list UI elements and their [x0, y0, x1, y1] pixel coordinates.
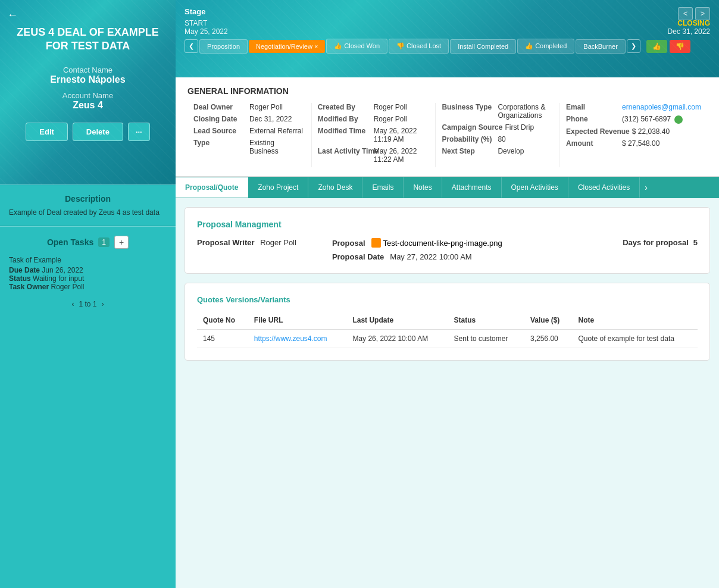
proposal-date-value: May 27, 2022 10:00 AM: [390, 252, 471, 261]
expected-revenue-row: Expected Revenue $ 22,038.40: [566, 127, 701, 136]
deal-owner-label: Deal Owner: [193, 103, 247, 111]
proposal-filename[interactable]: Test-document-like-png-image.png: [383, 239, 502, 248]
tab-emails[interactable]: Emails: [362, 177, 404, 198]
delete-button[interactable]: Delete: [73, 123, 123, 141]
info-col-4: Email ernenapoles@gmail.com Phone (312) …: [560, 103, 707, 167]
tasks-section: Open Tasks 1 + Task of Example Due Date …: [0, 226, 176, 588]
status-cell: Sent to customer: [448, 330, 524, 348]
type-value: Existing Business: [249, 139, 305, 155]
proposal-writer-field: Proposal Writer Roger Poll: [197, 238, 296, 247]
start-date: May 25, 2022: [185, 27, 228, 36]
add-task-button[interactable]: +: [114, 236, 129, 249]
right-panel: < > Stage START May 25, 2022 CLOSING Dec…: [176, 0, 719, 588]
edit-button[interactable]: Edit: [26, 123, 68, 141]
proposal-right: Proposal Test-document-like-png-image.pn…: [332, 238, 502, 261]
tab-proposal-quote[interactable]: Proposal/Quote: [176, 177, 248, 198]
stage-next-button[interactable]: ❯: [627, 39, 640, 53]
amount-label: Amount: [566, 139, 620, 148]
campaign-source-label: Campaign Source: [442, 123, 502, 132]
task-pagination: ‹ 1 to 1 ›: [9, 300, 167, 308]
closing-info: CLOSING Dec 31, 2022: [668, 19, 710, 36]
stage-backburner[interactable]: BackBurner: [576, 39, 625, 54]
start-closing-row: START May 25, 2022 CLOSING Dec 31, 2022: [185, 19, 710, 36]
page-info: 1 to 1: [79, 300, 96, 308]
proposal-file-row: Proposal Test-document-like-png-image.pn…: [332, 238, 502, 248]
last-activity-row: Last Activity Time May 26, 2022 11:22 AM: [318, 147, 430, 164]
days-for-proposal-label: Days for proposal: [623, 238, 689, 247]
general-information: GENERAL INFORMATION Deal Owner Roger Pol…: [176, 77, 719, 177]
col-status: Status: [448, 311, 524, 330]
back-button[interactable]: ←: [7, 9, 18, 21]
more-button[interactable]: ···: [128, 123, 150, 141]
general-info-title: GENERAL INFORMATION: [187, 86, 707, 96]
tabs-more-icon[interactable]: ›: [640, 177, 652, 198]
tab-notes[interactable]: Notes: [404, 177, 442, 198]
next-step-row: Next Step Develop: [442, 147, 554, 155]
info-col-1: Deal Owner Roger Poll Closing Date Dec 3…: [187, 103, 312, 167]
email-row: Email ernenapoles@gmail.com: [566, 103, 701, 111]
stage-closed-won[interactable]: 👍Closed Won: [326, 39, 387, 54]
tab-closed-activities[interactable]: Closed Activities: [568, 177, 640, 198]
closing-label: CLOSING: [668, 19, 710, 27]
file-url-link[interactable]: https://www.zeus4.com: [254, 334, 327, 343]
lead-source-value: External Referral: [249, 127, 303, 135]
type-row: Type Existing Business: [193, 139, 305, 155]
info-col-2: Created By Roger Poll Modified By Roger …: [312, 103, 436, 167]
proposal-label: Proposal: [332, 239, 365, 248]
last-update-cell: May 26, 2022 10:00 AM: [346, 330, 448, 348]
phone-value: (312) 567-6897: [622, 115, 683, 124]
stage-ok-button[interactable]: 👍: [646, 40, 667, 53]
col-last-update: Last Update: [346, 311, 448, 330]
left-header: ← ZEUS 4 DEAL OF EXAMPLE FOR TEST DATA C…: [0, 0, 176, 184]
deal-owner-value: Roger Poll: [249, 103, 283, 111]
quotes-title: Quotes Versions/Variants: [197, 295, 698, 304]
stage-prev-button[interactable]: ❮: [185, 39, 198, 53]
proposal-date-row: Proposal Date May 27, 2022 10:00 AM: [332, 252, 502, 261]
next-page-button[interactable]: ›: [102, 300, 104, 308]
probability-label: Probability (%): [442, 135, 495, 143]
description-text: Example of Deal created by Zeus 4 as tes…: [9, 208, 167, 217]
contact-label: Contact Name: [63, 65, 112, 74]
business-type-label: Business Type: [442, 103, 495, 120]
proposal-file: Test-document-like-png-image.png: [371, 238, 502, 248]
stage-install-completed[interactable]: Install Completed: [450, 39, 516, 54]
tab-attachments[interactable]: Attachments: [442, 177, 502, 198]
file-icon: [371, 238, 381, 248]
quote-no-cell: 145: [197, 330, 248, 348]
stage-completed[interactable]: 👍Completed: [517, 39, 574, 54]
stage-proposition[interactable]: Proposition: [199, 39, 248, 54]
task-due-date: Due Date Jun 26, 2022: [9, 266, 167, 274]
business-type-row: Business Type Corporations & Organizatio…: [442, 103, 554, 120]
type-label: Type: [193, 139, 247, 155]
prev-page-button[interactable]: ‹: [71, 300, 74, 308]
nav-prev-button[interactable]: <: [678, 7, 693, 20]
tab-zoho-desk[interactable]: Zoho Desk: [308, 177, 362, 198]
info-grid: Deal Owner Roger Poll Closing Date Dec 3…: [187, 103, 707, 167]
last-activity-label: Last Activity Time: [318, 147, 371, 164]
stage-negotiation[interactable]: Negotiation/Review ×: [249, 40, 325, 53]
tabs-row: Proposal/Quote Zoho Project Zoho Desk Em…: [176, 177, 719, 198]
created-by-label: Created By: [318, 103, 371, 111]
probability-row: Probability (%) 80: [442, 135, 554, 143]
task-item: Task of Example Due Date Jun 26, 2022 St…: [9, 256, 167, 291]
email-value[interactable]: ernenapoles@gmail.com: [622, 103, 701, 111]
nav-next-button[interactable]: >: [695, 7, 710, 20]
modified-by-value: Roger Poll: [374, 115, 407, 123]
modified-by-label: Modified By: [318, 115, 371, 123]
file-url-cell[interactable]: https://www.zeus4.com: [248, 330, 347, 348]
start-info: START May 25, 2022: [185, 19, 228, 36]
task-name: Task of Example: [9, 256, 167, 264]
stage-action-buttons: 👍 👎: [646, 40, 690, 53]
modified-time-value: May 26, 2022 11:19 AM: [374, 127, 430, 143]
modified-time-label: Modified Time: [318, 127, 371, 143]
stage-closed-lost[interactable]: 👎Closed Lost: [389, 39, 449, 54]
open-tasks-header: Open Tasks 1 +: [9, 236, 167, 249]
open-tasks-label: Open Tasks: [47, 237, 93, 247]
days-for-proposal: Days for proposal 5: [623, 238, 698, 247]
col-value: Value ($): [524, 311, 572, 330]
closing-date-label: Closing Date: [193, 115, 247, 123]
stage-bad-button[interactable]: 👎: [670, 40, 690, 53]
proposal-content: Proposal Writer Roger Poll Proposal Test…: [197, 238, 698, 261]
tab-zoho-project[interactable]: Zoho Project: [248, 177, 308, 198]
tab-open-activities[interactable]: Open Activities: [502, 177, 568, 198]
